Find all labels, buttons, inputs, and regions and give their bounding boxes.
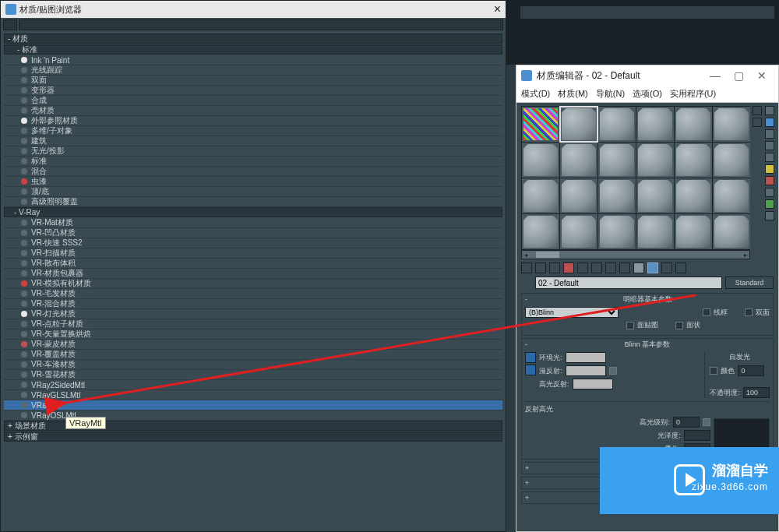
- material-sample-slot[interactable]: [636, 214, 674, 249]
- material-item[interactable]: 无光/投影: [4, 146, 502, 157]
- material-sample-slot[interactable]: [713, 178, 750, 213]
- tool-material-id[interactable]: [619, 262, 630, 273]
- material-item[interactable]: 标准: [4, 157, 502, 167]
- tool-button[interactable]: [765, 106, 774, 115]
- material-item[interactable]: VR-毛发材质: [4, 289, 502, 299]
- material-sample-slot[interactable]: [560, 143, 597, 178]
- ambient-color[interactable]: [566, 352, 606, 363]
- material-sample-slot[interactable]: [713, 107, 750, 142]
- material-sample-slot[interactable]: [522, 178, 559, 213]
- material-sample-slot[interactable]: [560, 214, 597, 249]
- tool-button[interactable]: [765, 153, 774, 162]
- glossiness-spinner[interactable]: [684, 430, 710, 441]
- material-sample-slot[interactable]: [598, 107, 636, 142]
- category-sample-slots[interactable]: + 示例窗: [4, 432, 502, 442]
- two-sided-checkbox[interactable]: [745, 308, 753, 316]
- tool-button[interactable]: [753, 106, 762, 115]
- material-item[interactable]: VRay2SidedMtl: [4, 380, 502, 390]
- material-sample-slot[interactable]: [636, 178, 674, 213]
- eyedropper-icon[interactable]: [521, 277, 532, 288]
- material-item[interactable]: VR-快速 SSS2: [4, 238, 502, 248]
- tool-make-unique[interactable]: [591, 262, 602, 273]
- spec-level-spinner[interactable]: 0: [673, 417, 700, 428]
- material-sample-slot[interactable]: [560, 107, 597, 142]
- material-name-combo[interactable]: [535, 277, 722, 289]
- material-sample-slot[interactable]: [713, 214, 750, 249]
- tool-assign[interactable]: [549, 262, 560, 273]
- material-item[interactable]: 壳材质: [4, 106, 502, 116]
- material-sample-slot[interactable]: [522, 214, 559, 249]
- category-vray[interactable]: - V-Ray: [4, 207, 502, 217]
- menu-options[interactable]: 选项(O): [633, 88, 662, 100]
- material-item[interactable]: 混合: [4, 167, 502, 177]
- tool-copy[interactable]: [577, 262, 588, 273]
- search-options-button[interactable]: [3, 19, 17, 30]
- material-item[interactable]: 外部参照材质: [4, 116, 502, 126]
- shader-type-select[interactable]: (B)Blinn: [525, 307, 619, 318]
- menu-material[interactable]: 材质(M): [558, 88, 588, 100]
- rollout-header[interactable]: - Blinn 基本参数: [522, 339, 773, 350]
- tool-button[interactable]: [765, 118, 774, 127]
- category-standard[interactable]: - 标准: [4, 44, 502, 55]
- diffuse-map-slot[interactable]: [609, 367, 617, 375]
- minimize-button[interactable]: —: [703, 67, 727, 84]
- material-item[interactable]: VR-扫描材质: [4, 248, 502, 259]
- material-sample-slot[interactable]: [713, 143, 750, 178]
- material-item[interactable]: 双面: [4, 76, 502, 86]
- tool-button[interactable]: [765, 141, 774, 150]
- menu-navigate[interactable]: 导航(N): [596, 88, 625, 100]
- diffuse-color[interactable]: [566, 365, 606, 376]
- material-sample-slot[interactable]: [636, 107, 674, 142]
- material-item[interactable]: 顶/底: [4, 187, 502, 197]
- tool-button[interactable]: [765, 211, 774, 220]
- tool-get-material[interactable]: [521, 262, 532, 273]
- material-sample-slot[interactable]: [636, 143, 674, 178]
- tool-button[interactable]: [765, 129, 774, 139]
- tool-go-forward[interactable]: [675, 262, 686, 273]
- material-item[interactable]: 虫漆: [4, 177, 502, 187]
- rollout-header[interactable]: - 明暗器基本参数: [522, 294, 773, 305]
- close-icon[interactable]: ×: [494, 2, 501, 16]
- opacity-spinner[interactable]: 100: [743, 387, 770, 398]
- material-item[interactable]: VR-蒙皮材质: [4, 340, 502, 350]
- material-sample-slot[interactable]: [598, 178, 636, 213]
- tool-button[interactable]: [765, 188, 774, 197]
- material-type-button[interactable]: Standard: [725, 277, 774, 289]
- material-item[interactable]: 光线跟踪: [4, 65, 502, 76]
- search-input[interactable]: [19, 19, 503, 30]
- tool-show-end-result[interactable]: [647, 262, 658, 273]
- material-sample-slot[interactable]: [522, 143, 559, 178]
- material-item[interactable]: VR-模拟有机材质: [4, 279, 502, 289]
- material-item[interactable]: 变形器: [4, 86, 502, 96]
- material-item[interactable]: VR-混合材质: [4, 299, 502, 309]
- category-materials[interactable]: - 材质: [4, 33, 502, 44]
- material-item[interactable]: VR-覆盖材质: [4, 350, 502, 360]
- face-map-checkbox[interactable]: [626, 322, 634, 329]
- tool-put-to-scene[interactable]: [535, 262, 546, 273]
- material-item[interactable]: 建筑: [4, 136, 502, 146]
- specular-color[interactable]: [573, 379, 613, 389]
- tool-put-library[interactable]: [605, 262, 616, 273]
- tool-button[interactable]: [765, 164, 774, 174]
- faceted-checkbox[interactable]: [675, 322, 683, 329]
- slots-scrollbar[interactable]: ◂▸: [521, 250, 750, 259]
- wire-checkbox[interactable]: [703, 308, 710, 316]
- lock-diffuse-specular[interactable]: [525, 365, 536, 375]
- material-sample-slot[interactable]: [675, 214, 712, 249]
- material-sample-slot[interactable]: [675, 178, 712, 213]
- material-item[interactable]: 合成: [4, 96, 502, 106]
- tool-show-map[interactable]: [633, 262, 644, 273]
- material-item[interactable]: Ink 'n Paint: [4, 55, 502, 65]
- material-item[interactable]: 高级照明覆盖: [4, 197, 502, 207]
- material-sample-slot[interactable]: [675, 143, 712, 178]
- menu-mode[interactable]: 模式(D): [521, 88, 550, 100]
- material-item[interactable]: VR-矢量置换烘焙: [4, 329, 502, 340]
- tool-button[interactable]: [765, 176, 774, 185]
- material-sample-slot[interactable]: [675, 107, 712, 142]
- material-sample-slot[interactable]: [560, 178, 597, 213]
- material-item[interactable]: VR-雪花材质: [4, 370, 502, 380]
- tool-go-parent[interactable]: [661, 262, 672, 273]
- material-sample-slot[interactable]: [598, 143, 636, 178]
- material-sample-slot[interactable]: [598, 214, 636, 249]
- material-item[interactable]: 多维/子对象: [4, 126, 502, 136]
